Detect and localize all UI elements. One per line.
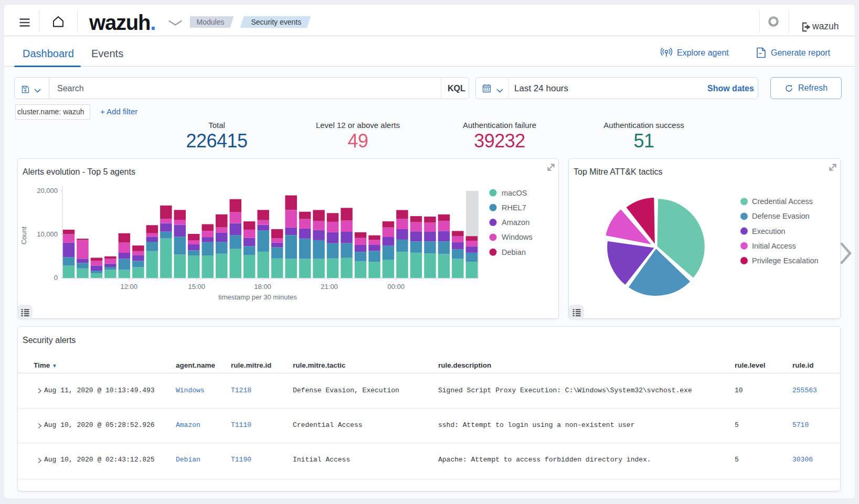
svg-text:20,000: 20,000	[37, 187, 58, 195]
svg-text:Initial Access: Initial Access	[752, 242, 796, 250]
svg-text:macOS: macOS	[502, 189, 527, 197]
svg-text:Amazon: Amazon	[502, 218, 529, 227]
svg-text:00:00: 00:00	[387, 283, 405, 291]
svg-text:Defense Evasion: Defense Evasion	[752, 212, 810, 220]
svg-text:timestamp per 30 minutes: timestamp per 30 minutes	[218, 293, 297, 301]
svg-text:RHEL7: RHEL7	[502, 203, 526, 212]
svg-text:Execution: Execution	[752, 227, 786, 235]
svg-text:15:00: 15:00	[188, 283, 206, 291]
svg-text:21:00: 21:00	[321, 283, 338, 291]
svg-text:18:00: 18:00	[254, 283, 271, 291]
svg-text:Debian: Debian	[502, 248, 526, 256]
svg-text:Count: Count	[20, 226, 28, 244]
svg-text:0: 0	[54, 274, 58, 282]
svg-text:Credential Access: Credential Access	[752, 197, 813, 206]
svg-text:12:00: 12:00	[121, 283, 138, 291]
svg-text:Windows: Windows	[502, 233, 533, 241]
svg-text:Privilege Escalation: Privilege Escalation	[752, 256, 819, 265]
svg-text:10,000: 10,000	[37, 230, 58, 238]
